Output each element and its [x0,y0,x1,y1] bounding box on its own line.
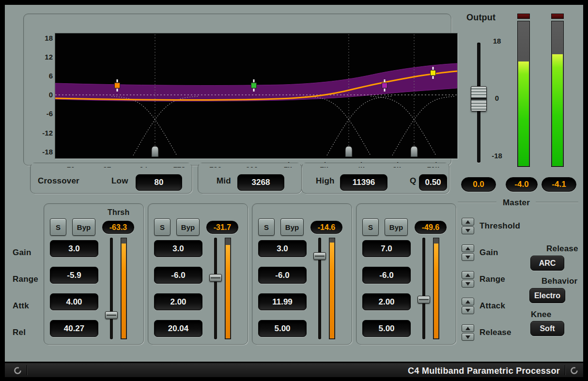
band-2-release-value[interactable]: 20.04 [154,320,202,337]
band-2-range-value[interactable]: -6.0 [154,267,202,284]
stepper-down-button[interactable] [462,253,474,261]
band-2-threshold-display[interactable]: -31.7 [206,221,238,234]
release-row-label: Rel [13,328,26,337]
output-fader-handle[interactable] [471,86,487,111]
band-4-bypass-button[interactable]: Byp [385,218,408,236]
band-2-level-meter [225,238,231,339]
band-3-gain-value[interactable]: 3.0 [258,240,307,257]
master-threshold-stepper[interactable] [462,218,474,234]
behavior-button[interactable]: Electro [529,288,565,303]
band-3-solo-button[interactable]: S [258,218,275,236]
attack-row-label: Attk [13,301,29,311]
waveform-menu-icon-right[interactable] [570,366,578,375]
stepper-down-button[interactable] [462,227,474,234]
band-2-threshold-handle[interactable] [209,274,222,282]
band-4-solo-button[interactable]: S [362,218,379,236]
crossover-high-value[interactable]: 11396 [340,174,387,191]
right-meter-readout[interactable]: -4.1 [542,177,576,192]
stepper-up-button[interactable] [462,244,474,252]
toolbar-divider [27,365,28,375]
band-1-solo-button[interactable]: S [50,218,66,236]
gain-row-label: Gain [13,248,31,258]
knee-button[interactable]: Soft [530,321,564,336]
band-4-threshold-display[interactable]: -49.6 [415,221,447,234]
left-meter-clip-led[interactable] [517,14,530,19]
master-release-stepper[interactable] [462,324,474,341]
band-1-attack-value[interactable]: 4.00 [50,293,98,310]
right-output-meter-fill [552,54,563,166]
band-2-threshold-slider[interactable] [208,238,223,339]
slider-track [214,238,217,339]
band-2-gain-value[interactable]: 3.0 [154,240,202,257]
band-1-threshold-slider[interactable] [104,238,119,339]
band-3-threshold-handle[interactable] [313,252,326,260]
left-output-meter-fill [518,61,529,166]
band-1-release-value[interactable]: 40.27 [50,320,98,337]
crossover-low-value[interactable]: 80 [136,174,182,191]
band-2-solo-button[interactable]: S [154,218,170,236]
band-4-release-value[interactable]: 5.00 [362,320,411,337]
stepper-up-button[interactable] [462,298,474,305]
stepper-down-button[interactable] [462,280,474,288]
output-gain-readout[interactable]: 0.0 [461,177,496,192]
crossover-handle-mid[interactable] [345,146,352,157]
stepper-up-button[interactable] [462,218,474,226]
stepper-down-button[interactable] [462,333,474,341]
band-3-threshold-display[interactable]: -14.6 [310,221,342,234]
band-4-strip: S Byp -49.6 7.0 -6.0 2.00 5.00 [356,203,456,345]
band-3-bypass-button[interactable]: Byp [280,218,304,236]
band-4-attack-value[interactable]: 2.00 [362,293,411,310]
master-range-label: Range [480,274,505,284]
stepper-up-button[interactable] [462,271,474,279]
frequency-response-plot[interactable] [55,33,457,158]
left-output-meter [517,21,530,167]
crossover-low-label: Low [111,176,128,186]
crossover-high-label: High [316,176,335,186]
stepper-down-button[interactable] [462,306,474,314]
master-section-label: Master [499,198,534,208]
band-4-gain-value[interactable]: 7.0 [362,240,411,257]
crossover-mid-value[interactable]: 3268 [237,174,284,191]
crossover-q-value[interactable]: 0.50 [419,174,447,191]
y-tick: -6 [46,109,53,118]
band-4-threshold-handle[interactable] [418,296,430,304]
left-meter-readout[interactable]: -4.0 [506,177,538,192]
crossover-handle-high[interactable] [411,146,418,157]
behavior-label: Behavior [542,276,577,286]
master-gain-stepper[interactable] [462,244,474,261]
band-4-level-meter [433,238,439,339]
band-3-threshold-slider[interactable] [312,238,327,339]
band-2-attack-value[interactable]: 2.00 [154,293,202,310]
band-1-bypass-button[interactable]: Byp [72,218,95,236]
band-1-threshold-display[interactable]: -63.3 [102,221,134,234]
dynamics-range-band [55,63,457,101]
band-4-level-meter-fill [434,244,438,338]
band-1-threshold-handle[interactable] [105,311,118,319]
stepper-up-button[interactable] [462,324,474,332]
band-3-release-value[interactable]: 5.00 [258,320,307,337]
master-range-stepper[interactable] [462,271,474,288]
band-3-attack-value[interactable]: 11.99 [258,293,307,310]
fader-scale-tick: -18 [487,152,507,160]
band-4-range-value[interactable]: -6.0 [362,267,411,284]
release-mode-button[interactable]: ARC [530,256,564,271]
bottom-toolbar: C4 Multiband Parametric Processor [5,363,583,378]
range-row-label: Range [13,274,38,284]
right-meter-clip-led[interactable] [551,14,564,19]
waveform-menu-icon[interactable] [14,366,22,375]
crossover-filter-curves [111,96,456,155]
band-2-level-meter-fill [226,245,230,338]
crossover-handle-low[interactable] [152,146,158,157]
slider-track [110,238,113,339]
master-attack-stepper[interactable] [462,298,474,314]
output-section-label: Output [466,13,495,23]
band-3-range-value[interactable]: -6.0 [258,267,307,284]
band-1-gain-value[interactable]: 3.0 [50,240,98,257]
band-1-range-value[interactable]: -5.9 [50,267,98,284]
band-2-bypass-button[interactable]: Byp [176,218,200,236]
slider-track [422,238,425,339]
band-4-threshold-slider[interactable] [417,238,431,339]
master-attack-label: Attack [480,301,505,311]
release-mode-label: Release [546,244,578,254]
threshold-row-label: Thrsh [108,208,129,217]
